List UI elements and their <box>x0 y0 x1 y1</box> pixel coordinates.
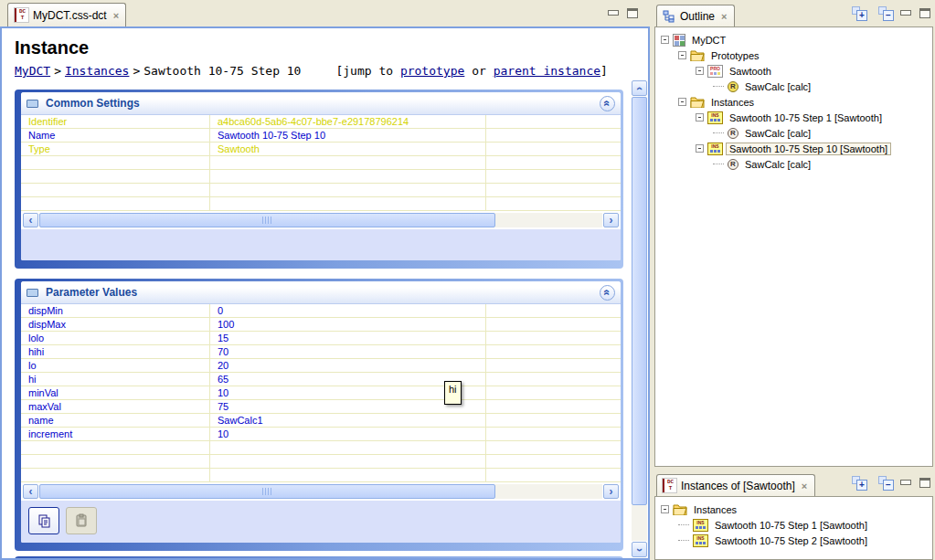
tree-item-mydct[interactable]: MyDCT <box>655 32 932 48</box>
minimize-icon[interactable] <box>900 10 911 16</box>
scrollbar-track[interactable] <box>39 484 602 499</box>
row-value[interactable]: 15 <box>209 332 485 344</box>
scrollbar-track[interactable] <box>39 213 602 227</box>
expand-all-button[interactable]: + <box>851 6 868 22</box>
tree-item-sawtooth-step1[interactable]: INS Sawtooth 10-75 Step 1 [Sawtooth] <box>655 110 932 125</box>
horizontal-scrollbar[interactable]: ‹ › <box>23 484 619 499</box>
tree-item-sawtooth-step10-selected[interactable]: INS Sawtooth 10-75 Step 10 [Sawtooth] <box>655 141 932 156</box>
row-value[interactable]: 10 <box>209 428 485 440</box>
scroll-right-button[interactable]: › <box>603 484 619 499</box>
row-value[interactable]: 70 <box>209 345 485 358</box>
dct-icon: DCT <box>663 479 676 492</box>
row-value[interactable]: 0 <box>209 304 485 317</box>
collapse-toggle[interactable] <box>678 98 686 106</box>
copy-button[interactable] <box>28 507 59 534</box>
collapse-all-button[interactable]: − <box>877 476 895 491</box>
scroll-down-button[interactable]: › <box>632 542 647 557</box>
tab-close-icon[interactable]: × <box>113 10 119 21</box>
tree-item-instances[interactable]: Instances <box>655 94 932 110</box>
collapse-toggle[interactable] <box>678 51 686 59</box>
row-value[interactable]: 100 <box>209 318 485 331</box>
tab-instances-of-sawtooth[interactable]: DCT Instances of [Sawtooth] × <box>656 474 815 496</box>
tree-item-sawtooth-prototype[interactable]: PRO Sawtooth <box>655 63 932 79</box>
tree-connector <box>713 132 724 133</box>
scroll-right-button[interactable]: › <box>603 213 619 227</box>
parameter-values-section: Parameter Values « dispMin0 dispMax100 l… <box>15 279 623 551</box>
editor-vertical-scrollbar[interactable]: ‹ › <box>632 80 647 557</box>
jump-link-prototype[interactable]: prototype <box>400 64 464 78</box>
scrollbar-thumb[interactable] <box>632 97 647 505</box>
tree-item-prototypes[interactable]: Prototypes <box>655 48 932 63</box>
instances-window-buttons <box>900 478 930 488</box>
tree-item-sawtooth-step1[interactable]: INS Sawtooth 10-75 Step 1 [Sawtooth] <box>655 517 932 533</box>
row-value[interactable]: SawCalc1 <box>209 414 485 427</box>
table-row[interactable]: hi65 <box>21 373 621 386</box>
table-row[interactable]: Type Sawtooth <box>21 143 621 156</box>
table-row[interactable]: dispMax100 <box>21 318 621 332</box>
horizontal-scrollbar[interactable]: ‹ › <box>23 213 619 227</box>
row-value[interactable]: 20 <box>209 359 485 372</box>
tab-close-icon[interactable]: × <box>721 11 727 22</box>
workbench: DCT MyDCT.css-dct × Instance MyDCT>Insta… <box>0 0 935 560</box>
row-label: increment <box>21 428 209 440</box>
scrollbar-thumb[interactable] <box>39 484 495 499</box>
minimize-icon[interactable] <box>608 10 619 16</box>
row-value[interactable]: a4bca60d-5ab6-4c07-bbe7-e29178796214 <box>209 115 485 128</box>
next-section-partial <box>15 556 623 558</box>
scroll-left-button[interactable]: ‹ <box>23 213 38 227</box>
row-label: Name <box>21 129 209 142</box>
table-row[interactable]: Identifier a4bca60d-5ab6-4c07-bbe7-e2917… <box>21 115 621 129</box>
tree-item-instances[interactable]: Instances <box>655 502 932 517</box>
table-row[interactable]: maxVal75 <box>21 400 621 414</box>
tab-close-icon[interactable]: × <box>802 481 807 491</box>
scrollbar-track[interactable] <box>632 97 647 541</box>
expand-all-button[interactable]: + <box>851 476 868 491</box>
collapse-section-button[interactable]: « <box>600 96 615 111</box>
collapse-toggle[interactable] <box>696 113 704 122</box>
scroll-up-button[interactable]: ‹ <box>632 80 647 96</box>
table-row[interactable]: nameSawCalc1 <box>21 414 621 428</box>
scroll-left-button[interactable]: ‹ <box>23 484 38 499</box>
scrollbar-thumb[interactable] <box>39 213 495 227</box>
tree-item-sawcalc[interactable]: R SawCalc [calc] <box>655 125 932 141</box>
maximize-icon[interactable] <box>919 478 930 488</box>
jump-link-parent-instance[interactable]: parent instance <box>494 64 600 78</box>
table-row[interactable]: Name Sawtooth 10-75 Step 10 <box>21 129 621 143</box>
tree-item-sawcalc[interactable]: R SawCalc [calc] <box>655 79 932 94</box>
parameter-values-header[interactable]: Parameter Values « <box>21 281 621 304</box>
collapse-toggle[interactable] <box>696 144 704 153</box>
arrow-down-icon: › <box>633 548 646 552</box>
table-row[interactable]: dispMin0 <box>21 304 621 318</box>
table-row[interactable]: lolo15 <box>21 332 621 345</box>
maximize-icon[interactable] <box>919 8 930 18</box>
editor-tab-mydct[interactable]: DCT MyDCT.css-dct × <box>7 3 126 26</box>
instances-of-sawtooth-view: DCT Instances of [Sawtooth] × + − <box>654 473 933 560</box>
row-value[interactable]: Sawtooth 10-75 Step 10 <box>209 129 485 142</box>
editor-tab-strip: DCT MyDCT.css-dct × <box>0 0 651 26</box>
empty-row <box>21 455 621 469</box>
common-settings-header[interactable]: Common Settings « <box>21 92 621 115</box>
jump-text-open: [jump to <box>335 64 393 78</box>
outline-view: Outline × + − MyDCT <box>654 4 933 467</box>
table-row[interactable]: hihi70 <box>21 345 621 359</box>
minimize-icon[interactable] <box>900 480 911 485</box>
breadcrumb-link-mydct[interactable]: MyDCT <box>15 64 50 78</box>
collapse-all-button[interactable]: − <box>877 6 895 22</box>
collapse-toggle[interactable] <box>661 36 669 44</box>
table-row[interactable]: minVal10 <box>21 386 621 400</box>
tree-item-sawtooth-step2[interactable]: INS Sawtooth 10-75 Step 2 [Sawtooth] <box>655 533 932 548</box>
collapse-toggle[interactable] <box>661 505 669 513</box>
tree-item-sawcalc[interactable]: R SawCalc [calc] <box>655 156 932 172</box>
collapse-section-button[interactable]: « <box>600 285 615 301</box>
paste-button-disabled[interactable] <box>66 507 97 534</box>
breadcrumb-link-instances[interactable]: Instances <box>65 64 129 78</box>
table-row[interactable]: lo20 <box>21 359 621 373</box>
maximize-icon[interactable] <box>627 8 638 18</box>
table-row[interactable]: increment10 <box>21 428 621 441</box>
outline-toolbar: + − <box>851 6 895 22</box>
section-footer <box>21 229 621 260</box>
row-value[interactable]: Sawtooth <box>209 143 485 155</box>
collapse-toggle[interactable] <box>696 67 704 75</box>
outline-tab-strip: Outline × + − <box>654 4 933 26</box>
tab-outline[interactable]: Outline × <box>656 5 735 26</box>
